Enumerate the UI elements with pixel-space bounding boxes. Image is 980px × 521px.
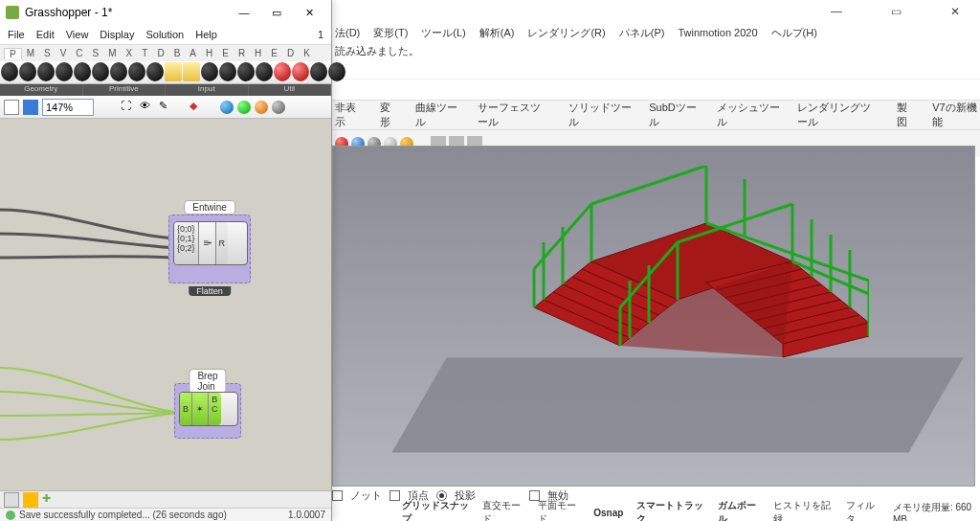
gh-ribbon-tab[interactable]: H [201,48,217,58]
status-history[interactable]: ヒストリを記録 [770,499,835,521]
rhino-tab[interactable]: メッシュツール [717,101,781,129]
rhino-tab[interactable]: 曲線ツール [415,101,461,129]
cluster-icon[interactable] [23,492,38,508]
component-icon[interactable] [237,62,255,81]
rhino-tab[interactable]: 非表示 [335,101,363,129]
rhino-viewport[interactable] [332,146,975,487]
component-icon[interactable] [274,62,291,81]
component-icon[interactable] [183,62,200,81]
gh-ribbon-tab[interactable]: S [39,48,56,58]
rhino-menu-item[interactable]: Twinmotion 2020 [678,27,757,38]
rhino-menu-item[interactable]: 解析(A) [479,26,515,40]
rhino-menu-item[interactable]: ツール(L) [421,26,465,40]
gh-ribbon-tab[interactable]: M [22,48,39,58]
gh-menu-display[interactable]: Display [100,29,134,40]
component-icon[interactable] [92,62,109,81]
knot-checkbox[interactable] [332,490,343,501]
gh-menu-file[interactable]: File [8,29,25,40]
entwine-input-0[interactable]: {0;0} [177,224,195,234]
rhino-tab[interactable]: 製図 [897,101,915,129]
component-icon[interactable] [37,62,55,81]
rhino-tab[interactable]: ソリッドツール [568,101,633,129]
gh-ribbon-tab[interactable]: V [56,48,72,58]
gh-ribbon-tab[interactable]: T [137,48,152,58]
gh-ribbon-tab[interactable]: C [71,48,87,58]
rhino-tab[interactable]: SubDツール [649,101,699,129]
component-icon[interactable] [1,62,18,81]
gh-canvas[interactable]: Entwine {0;0} {0;1} {0;2} ⭄ R Flatten Br… [0,119,331,490]
rhino-tab[interactable]: V7の新機能 [932,101,980,129]
component-icon[interactable] [56,62,73,81]
gh-ribbon-tab[interactable]: K [299,48,315,58]
entwine-input-1[interactable]: {0;1} [177,234,195,243]
group-util[interactable]: Util [249,84,332,96]
component-icon[interactable] [146,62,164,81]
gh-menu-view[interactable]: View [66,29,89,40]
sketch-icon[interactable]: ✎ [159,100,174,115]
gh-ribbon-tab[interactable]: E [266,48,282,58]
gh-menu-edit[interactable]: Edit [36,29,55,40]
brepjoin-component[interactable]: B ✶ B C [179,392,238,426]
entwine-group[interactable]: Entwine {0;0} {0;1} {0;2} ⭄ R Flatten [168,215,251,283]
entwine-output[interactable]: R [215,222,229,264]
gh-ribbon-tab[interactable]: D [282,48,299,58]
component-icon[interactable] [219,62,236,81]
gh-ribbon-tab[interactable]: E [217,48,234,58]
gh-ribbon-tab[interactable]: R [234,48,250,58]
brepjoin-group[interactable]: Brep Join B ✶ B C [174,383,241,439]
preview-off-icon[interactable]: ◆ [189,100,205,115]
rhino-maximize-button[interactable]: ▭ [875,5,917,18]
status-smarttrack[interactable]: スマートトラック [634,499,706,521]
rhino-menu-item[interactable]: 変形(T) [373,26,408,40]
shade-icon[interactable] [272,101,285,114]
rhino-menu-item[interactable]: ヘルプ(H) [771,26,817,40]
gh-minimize-button[interactable]: — [228,2,260,23]
component-icon[interactable] [19,62,36,81]
gh-ribbon-tab[interactable]: P [4,48,22,59]
component-icon[interactable] [165,62,182,81]
component-icon[interactable] [110,62,127,81]
status-gridsnap[interactable]: グリッドスナップ [399,499,472,521]
component-icon[interactable] [292,62,309,81]
new-file-icon[interactable] [4,100,19,115]
gh-ribbon-tab[interactable]: H [250,48,266,58]
gh-ribbon-tab[interactable]: D [152,48,168,58]
rhino-menu-item[interactable]: パネル(P) [619,26,665,40]
shade-icon[interactable] [220,101,234,114]
gh-ribbon-tab[interactable]: S [88,48,104,58]
status-planar[interactable]: 平面モード [535,499,583,521]
component-icon[interactable] [310,62,327,81]
gh-maximize-button[interactable]: ▭ [260,2,293,23]
entwine-component[interactable]: {0;0} {0;1} {0;2} ⭄ R [173,221,248,265]
entwine-input-2[interactable]: {0;2} [177,243,195,253]
gh-ribbon-tab[interactable]: A [185,48,201,58]
brepjoin-output-c[interactable]: C [212,404,218,414]
status-ortho[interactable]: 直交モード [479,499,527,521]
rhino-close-button[interactable]: ✕ [934,5,976,18]
component-icon[interactable] [128,62,145,81]
component-icon[interactable] [328,62,345,81]
group-geometry[interactable]: Geometry [0,84,83,96]
gh-close-button[interactable]: ✕ [293,2,325,23]
gh-ribbon-tab[interactable]: B [169,48,186,58]
rhino-tab[interactable]: サーフェスツール [478,101,550,129]
gh-ribbon-tab[interactable]: X [122,48,138,58]
status-gumball[interactable]: ガムボール [715,499,763,521]
save-icon[interactable] [23,100,38,115]
shade-icon[interactable] [255,101,268,114]
mdi-icon[interactable] [4,492,19,508]
status-filter[interactable]: フィルタ [843,499,882,521]
gh-menu-help[interactable]: Help [195,29,217,40]
rhino-menu-item[interactable]: 法(D) [335,26,360,40]
component-icon[interactable] [256,62,273,81]
zoom-extents-icon[interactable]: ⛶ [121,100,136,115]
component-icon[interactable] [201,62,218,81]
brepjoin-input[interactable]: B [180,393,192,425]
group-primitive[interactable]: Primitive [83,84,167,96]
shade-icon[interactable] [237,101,251,114]
rhino-menu-item[interactable]: レンダリング(R) [527,26,605,40]
component-icon[interactable] [74,62,91,81]
gh-titlebar[interactable]: Grasshopper - 1* — ▭ ✕ [0,0,331,25]
rhino-tab[interactable]: レンダリングツール [797,101,880,129]
gh-ribbon-tab[interactable]: M [103,48,121,58]
